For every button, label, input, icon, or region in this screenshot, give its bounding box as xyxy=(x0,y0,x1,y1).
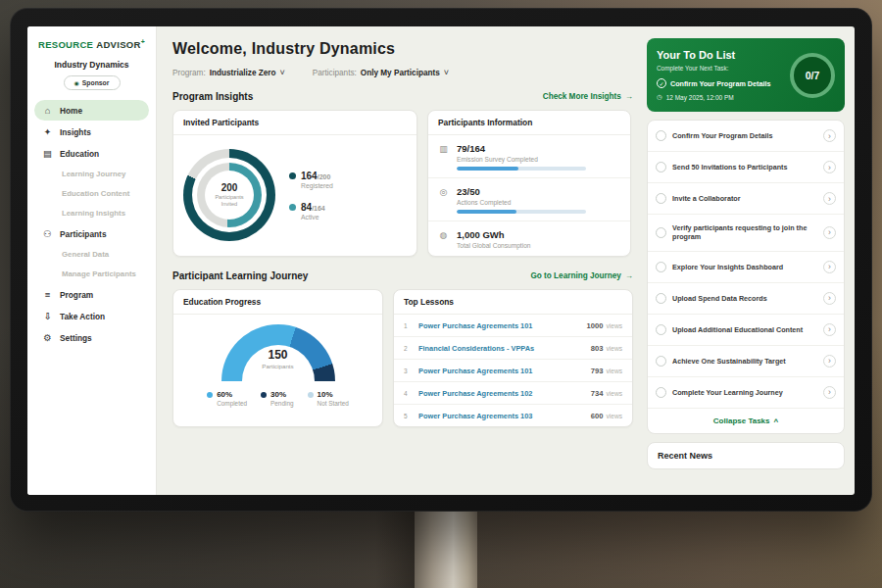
participants-icon: ⚇ xyxy=(42,228,53,239)
task-checkbox[interactable] xyxy=(656,162,666,172)
nav-label: Manage Participants xyxy=(62,270,136,278)
sponsor-badge[interactable]: ◉ Sponsor xyxy=(64,75,121,90)
lesson-views-unit: views xyxy=(607,345,623,352)
sidebar-item-insights[interactable]: ✦ Insights xyxy=(34,122,149,142)
sidebar-item-program[interactable]: ≡ Program xyxy=(34,284,149,305)
lesson-row: 2 Financial Considerations - VPPAs 803vi… xyxy=(394,337,632,360)
task-checkbox[interactable] xyxy=(656,262,666,272)
lesson-link[interactable]: Power Purchase Agreements 103 xyxy=(418,412,584,420)
completed-label: Completed xyxy=(217,400,247,407)
emission-survey-value: 79/164 xyxy=(457,143,586,154)
top-lessons-card: Top Lessons 1 Power Purchase Agreements … xyxy=(393,289,633,427)
task-checkbox[interactable] xyxy=(656,227,666,238)
task-row-upload-spend-data[interactable]: Upload Spend Data Records › xyxy=(648,283,844,315)
task-row-invite-collaborator[interactable]: Invite a Collaborator › xyxy=(648,183,844,215)
logo-plus: + xyxy=(141,38,145,45)
task-checkbox[interactable] xyxy=(656,324,666,335)
program-insights-header: Program Insights Check More Insights → xyxy=(172,91,633,102)
nav-label: Home xyxy=(60,106,82,116)
sidebar-item-participants[interactable]: ⚇ Participants xyxy=(34,223,149,244)
task-label: Complete Your Learning Journey xyxy=(672,388,817,397)
sponsor-badge-label: Sponsor xyxy=(82,79,110,86)
sidebar-item-learning-journey[interactable]: Learning Journey xyxy=(34,165,149,183)
program-filter-dropdown[interactable]: Program: Industrialize Zero ˅ xyxy=(172,68,285,77)
sidebar-item-take-action[interactable]: ⇩ Take Action xyxy=(34,306,149,326)
task-row-achieve-target[interactable]: Achieve One Sustainability Target › xyxy=(648,346,844,377)
education-progress-card: Education Progress 150 Participants xyxy=(172,289,383,427)
legend-pending: 30% Pending xyxy=(261,390,293,407)
task-checkbox[interactable] xyxy=(656,293,666,304)
program-filter-value: Industrialize Zero xyxy=(210,69,276,77)
sidebar-item-education-content[interactable]: Education Content xyxy=(34,184,149,203)
task-row-explore-insights[interactable]: Explore Your Insights Dashboard › xyxy=(648,252,844,283)
check-circle-icon: ✓ xyxy=(657,78,666,88)
chevron-right-icon[interactable]: › xyxy=(823,192,836,205)
task-row-confirm-program[interactable]: Confirm Your Program Details › xyxy=(648,121,844,152)
lesson-views-count: 1000 xyxy=(587,321,604,330)
chevron-right-icon[interactable]: › xyxy=(823,386,836,399)
lesson-row: 3 Power Purchase Agreements 101 793views xyxy=(394,360,632,382)
go-to-learning-journey-link[interactable]: Go to Learning Journey → xyxy=(530,271,633,280)
recent-news-card[interactable]: Recent News xyxy=(647,442,845,469)
screen: RESOURCEADVISOR+ Industry Dynamics ◉ Spo… xyxy=(27,26,855,495)
monitor-bezel: RESOURCEADVISOR+ Industry Dynamics ◉ Spo… xyxy=(10,8,872,512)
todo-progress-badge: 0/7 xyxy=(790,53,835,98)
todo-next-task-label: Confirm Your Program Details xyxy=(670,79,770,88)
task-row-upload-educational-content[interactable]: Upload Additional Educational Content › xyxy=(648,315,844,346)
learning-journey-header: Participant Learning Journey Go to Learn… xyxy=(172,270,633,281)
task-checkbox[interactable] xyxy=(656,193,666,204)
completed-dot xyxy=(207,392,213,398)
chevron-right-icon[interactable]: › xyxy=(823,292,836,305)
chevron-right-icon[interactable]: › xyxy=(823,323,836,336)
invited-donut-center: 200 Participants Invited xyxy=(205,171,254,220)
lesson-rank: 4 xyxy=(404,390,412,397)
sponsor-icon: ◉ xyxy=(74,79,79,86)
task-checkbox[interactable] xyxy=(656,387,666,398)
chevron-right-icon[interactable]: › xyxy=(823,355,836,368)
task-label: Achieve One Sustainability Target xyxy=(672,357,817,366)
chevron-right-icon[interactable]: › xyxy=(823,129,836,142)
task-label: Verify participants requesting to join t… xyxy=(672,223,817,242)
sidebar-item-general-data[interactable]: General Data xyxy=(34,245,149,264)
pending-label: Pending xyxy=(270,400,293,407)
chevron-right-icon[interactable]: › xyxy=(823,261,836,273)
participants-filter-dropdown[interactable]: Participants: Only My Participants ˅ xyxy=(313,68,449,77)
invited-donut-ring-inner: 200 Participants Invited xyxy=(197,163,262,227)
lesson-link[interactable]: Financial Considerations - VPPAs xyxy=(418,344,584,353)
task-checkbox[interactable] xyxy=(656,356,666,367)
invited-center-label: Participants Invited xyxy=(212,194,247,208)
actions-completed-value: 23/50 xyxy=(457,186,586,197)
sidebar-item-education[interactable]: ▤ Education xyxy=(34,143,149,164)
sidebar-item-learning-insights[interactable]: Learning Insights xyxy=(34,204,149,222)
task-row-send-invitations[interactable]: Send 50 Invitations to Participants › xyxy=(648,152,844,183)
lesson-link[interactable]: Power Purchase Agreements 102 xyxy=(418,389,584,398)
sidebar-item-manage-participants[interactable]: Manage Participants xyxy=(34,265,149,283)
sidebar-item-home[interactable]: ⌂ Home xyxy=(34,100,149,121)
section-title-program-insights: Program Insights xyxy=(172,91,253,102)
app-logo: RESOURCEADVISOR+ xyxy=(27,38,156,50)
sidebar-item-settings[interactable]: ⚙ Settings xyxy=(34,327,149,348)
chevron-right-icon[interactable]: › xyxy=(823,226,836,239)
lesson-views-count: 793 xyxy=(591,367,604,375)
check-more-insights-link[interactable]: Check More Insights → xyxy=(543,92,633,101)
task-row-verify-participants[interactable]: Verify participants requesting to join t… xyxy=(648,215,844,252)
consumption-label: Total Global Consumption xyxy=(457,242,531,249)
collapse-label: Collapse Tasks xyxy=(713,416,770,425)
task-row-complete-learning-journey[interactable]: Complete Your Learning Journey › xyxy=(648,377,844,409)
task-label: Send 50 Invitations to Participants xyxy=(672,163,817,172)
monitor-stand xyxy=(415,511,477,588)
card-title-invited: Invited Participants xyxy=(173,111,416,135)
task-checkbox[interactable] xyxy=(656,130,666,141)
nav-label: Education Content xyxy=(62,189,129,198)
actions-completed-label: Actions Completed xyxy=(457,199,586,206)
collapse-tasks-link[interactable]: Collapse Tasks ˄ xyxy=(648,409,844,433)
todo-summary-card: Your To Do List Complete Your Next Task:… xyxy=(647,38,845,112)
lesson-link[interactable]: Power Purchase Agreements 101 xyxy=(418,367,584,375)
chevron-right-icon[interactable]: › xyxy=(823,161,836,173)
registered-value: 164 xyxy=(301,171,318,181)
participants-information-card: Participants Information ▥ 79/164 Emissi… xyxy=(427,110,631,257)
lesson-link[interactable]: Power Purchase Agreements 101 xyxy=(418,321,580,330)
consumption-row: ◍ 1,000 GWh Total Global Consumption xyxy=(428,221,630,256)
clock-icon: ◷ xyxy=(657,93,662,101)
participants-filter-value: Only My Participants xyxy=(361,69,440,77)
